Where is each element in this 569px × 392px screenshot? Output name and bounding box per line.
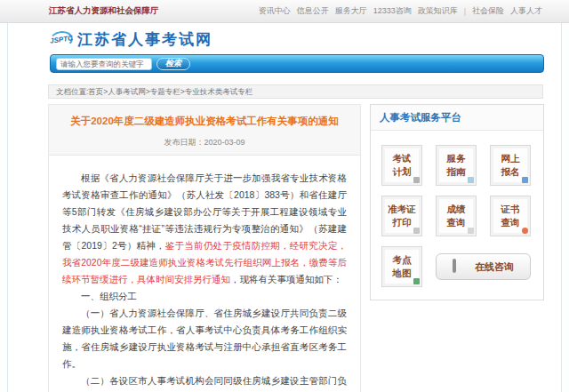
topbar-divider: | <box>464 7 466 16</box>
exam-plan-label-line2: 计划 <box>393 165 412 179</box>
paragraph-item2: （二）各设区市人事考试机构会同同级住房城乡建设主管部门负责考试报名和考前资格抽查… <box>62 372 347 392</box>
section-heading: 一、组织分工 <box>62 288 347 305</box>
exam-plan-button[interactable]: 考试 计划 <box>381 145 422 186</box>
service-button-grid: 考试 计划 服务 指南 网上 报名 准考证 打印 <box>371 131 543 300</box>
search-bar: 检索 <box>50 54 544 73</box>
online-consult-button[interactable]: 在线咨询 <box>436 253 531 280</box>
article-title: 关于2020年度二级建造师执业资格考试工作有关事项的通知 <box>60 114 349 129</box>
site-header: JSPTC 江苏省人事考试网 <box>8 23 561 54</box>
top-utility-bar: 江苏省人力资源和社会保障厅 资讯中心 信息公开 服务大厅 12333咨询 政策知… <box>0 0 569 23</box>
search-button[interactable]: 检索 <box>156 58 190 70</box>
site-title[interactable]: 江苏省人事考试网 <box>77 29 212 50</box>
topbar-link-12333[interactable]: 12333咨询 <box>373 5 412 17</box>
page-container: JSPTC 江苏省人事考试网 检索 文档位置:首页>人事考试网>专题专栏>专业技… <box>7 23 562 392</box>
score-inquiry-button[interactable]: 成绩 查询 <box>436 196 477 236</box>
exam-site-map-label-line1: 考点 <box>393 253 412 267</box>
score-inquiry-label-line1: 成绩 <box>447 203 466 216</box>
intro-text-part2: ，现将有关事项通知如下： <box>230 274 342 284</box>
admission-ticket-print-button[interactable]: 准考证 打印 <box>381 196 422 236</box>
map-icon <box>413 278 420 284</box>
paragraph-item1: （一）省人力资源社会保障厅、省住房城乡建设厅共同负责二级建造师执业资格考试工作，… <box>62 305 347 372</box>
service-guide-label-line2: 指南 <box>447 165 466 179</box>
service-guide-label-line1: 服务 <box>447 152 466 165</box>
topbar-link-policy[interactable]: 政策知识库 <box>418 5 458 17</box>
exam-site-map-label-line2: 地图 <box>393 267 412 280</box>
certificate-inquiry-button[interactable]: 证书 查询 <box>490 196 531 236</box>
jsptc-logo-icon: JSPTC <box>49 29 74 49</box>
admission-ticket-label-line1: 准考证 <box>388 203 416 216</box>
guide-icon <box>468 177 474 183</box>
seal-icon <box>522 228 528 234</box>
service-guide-button[interactable]: 服务 指南 <box>436 145 477 186</box>
topbar-link-info[interactable]: 信息公开 <box>297 5 329 17</box>
publish-date: 发布日期：2020-03-09 <box>60 137 349 148</box>
service-platform-title: 人事考试服务平台 <box>371 105 543 131</box>
certificate-inquiry-label-line2: 查询 <box>501 216 520 229</box>
admission-ticket-label-line2: 打印 <box>393 216 412 229</box>
certificate-inquiry-label-line1: 证书 <box>501 203 520 216</box>
article-body: 根据《省人力资源社会保障厅关于进一步加强我省专业技术资格考试资格审查工作的通知》… <box>49 156 360 392</box>
topbar-link-talent[interactable]: 人事人才 <box>510 5 542 17</box>
online-registration-button[interactable]: 网上 报名 <box>490 145 531 186</box>
topbar-link-service-hall[interactable]: 服务大厅 <box>335 5 367 17</box>
printer-icon <box>413 228 420 234</box>
score-inquiry-label-line2: 查询 <box>447 216 466 229</box>
topbar-link-news[interactable]: 资讯中心 <box>259 5 291 17</box>
computer-icon <box>453 260 469 274</box>
main-content: 关于2020年度二级建造师执业资格考试工作有关事项的通知 发布日期：2020-0… <box>48 104 561 392</box>
pencil-icon <box>413 177 420 183</box>
article-panel: 关于2020年度二级建造师执业资格考试工作有关事项的通知 发布日期：2020-0… <box>48 104 361 392</box>
online-consult-label: 在线咨询 <box>475 260 514 274</box>
department-link[interactable]: 江苏省人力资源和社会保障厅 <box>49 5 159 17</box>
exam-plan-label-line1: 考试 <box>393 152 412 165</box>
paragraph-intro: 根据《省人力资源社会保障厅关于进一步加强我省专业技术资格考试资格审查工作的通知》… <box>62 170 347 288</box>
topbar-links: 资讯中心 信息公开 服务大厅 12333咨询 政策知识库 | 社会保险 人事人才 <box>259 5 542 17</box>
exam-site-map-button[interactable]: 考点 地图 <box>381 246 422 287</box>
card-icon <box>522 177 528 183</box>
result-icon <box>468 228 474 234</box>
breadcrumb: 文档位置:首页>人事考试网>专题专栏>专业技术类考试专栏 <box>48 84 543 99</box>
search-input[interactable] <box>56 58 152 70</box>
service-platform-panel: 人事考试服务平台 考试 计划 服务 指南 网上 报名 <box>370 104 544 300</box>
online-registration-label-line1: 网上 <box>501 152 520 165</box>
article-header: 关于2020年度二级建造师执业资格考试工作有关事项的通知 发布日期：2020-0… <box>49 105 360 156</box>
topbar-link-social-insurance[interactable]: 社会保险 <box>472 5 504 17</box>
online-registration-label-line2: 报名 <box>501 165 520 179</box>
